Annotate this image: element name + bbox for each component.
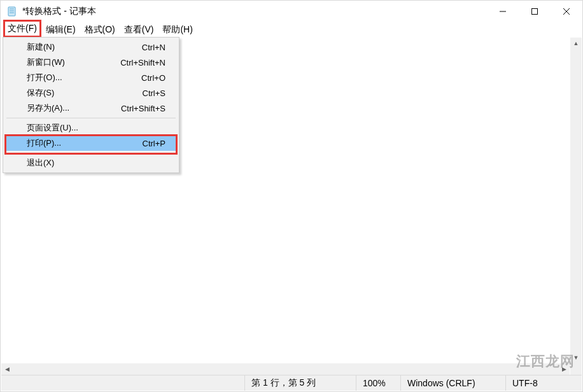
menu-file-label: 文件(F) bbox=[8, 23, 37, 34]
status-zoom-text: 100% bbox=[363, 378, 386, 388]
title-bar[interactable]: *转换格式 - 记事本 bbox=[1, 1, 582, 22]
menu-file[interactable]: 文件(F) bbox=[3, 20, 41, 38]
menu-item-new-window[interactable]: 新窗口(W) Ctrl+Shift+N bbox=[5, 55, 177, 70]
menu-item-shortcut: Ctrl+S bbox=[143, 88, 165, 98]
file-menu-dropdown: 新建(N) Ctrl+N 新窗口(W) Ctrl+Shift+N 打开(O)..… bbox=[3, 37, 179, 173]
menu-item-label: 退出(X) bbox=[27, 157, 165, 169]
status-encoding: UTF-8 bbox=[505, 375, 582, 391]
window-title: *转换格式 - 记事本 bbox=[22, 6, 96, 17]
menu-item-label: 打印(P)... bbox=[27, 137, 143, 149]
menu-view[interactable]: 查看(V) bbox=[120, 23, 158, 37]
scroll-right-icon[interactable]: ▶ bbox=[558, 363, 570, 375]
menu-item-save[interactable]: 保存(S) Ctrl+S bbox=[5, 85, 177, 101]
menu-item-label: 打开(O)... bbox=[27, 72, 141, 83]
menu-view-label: 查看(V) bbox=[124, 24, 154, 36]
status-position: 第 1 行，第 5 列 bbox=[244, 375, 356, 391]
scroll-down-icon[interactable]: ▼ bbox=[570, 352, 582, 363]
close-button[interactable] bbox=[551, 1, 582, 22]
svg-rect-0 bbox=[8, 7, 15, 16]
status-bar: 第 1 行，第 5 列 100% Windows (CRLF) UTF-8 bbox=[1, 375, 582, 391]
status-empty bbox=[1, 375, 244, 391]
menu-item-open[interactable]: 打开(O)... Ctrl+O bbox=[5, 70, 177, 85]
menu-item-page-setup[interactable]: 页面设置(U)... bbox=[5, 120, 177, 136]
horizontal-scrollbar[interactable]: ◀ ▶ bbox=[1, 363, 570, 375]
menu-item-shortcut: Ctrl+N bbox=[142, 43, 165, 52]
menu-item-exit[interactable]: 退出(X) bbox=[5, 155, 177, 171]
status-encoding-text: UTF-8 bbox=[512, 378, 538, 388]
menu-separator bbox=[6, 118, 176, 118]
menu-edit[interactable]: 编辑(E) bbox=[41, 23, 80, 37]
menu-item-new[interactable]: 新建(N) Ctrl+N bbox=[5, 39, 177, 55]
menu-item-label: 新窗口(W) bbox=[27, 57, 120, 68]
menu-edit-label: 编辑(E) bbox=[46, 24, 76, 36]
svg-rect-5 bbox=[532, 9, 538, 15]
menu-item-label: 另存为(A)... bbox=[27, 102, 121, 114]
scroll-up-icon[interactable]: ▲ bbox=[570, 38, 582, 49]
status-zoom: 100% bbox=[356, 375, 400, 391]
vertical-scrollbar[interactable]: ▲ ▼ bbox=[570, 38, 582, 363]
menu-format-label: 格式(O) bbox=[85, 24, 115, 36]
menu-bar: 文件(F) 编辑(E) 格式(O) 查看(V) 帮助(H) bbox=[1, 22, 582, 37]
menu-format[interactable]: 格式(O) bbox=[80, 23, 120, 37]
menu-item-shortcut: Ctrl+Shift+S bbox=[121, 104, 165, 113]
menu-item-print[interactable]: 打印(P)... Ctrl+P bbox=[5, 136, 177, 151]
menu-help[interactable]: 帮助(H) bbox=[158, 23, 197, 37]
status-line-ending: Windows (CRLF) bbox=[400, 375, 505, 391]
status-position-text: 第 1 行，第 5 列 bbox=[251, 377, 316, 389]
scroll-corner bbox=[570, 363, 582, 375]
menu-item-label: 保存(S) bbox=[27, 87, 143, 99]
menu-item-shortcut: Ctrl+O bbox=[141, 73, 165, 83]
minimize-button[interactable] bbox=[487, 1, 519, 22]
menu-separator bbox=[6, 153, 176, 153]
menu-item-label: 新建(N) bbox=[27, 41, 142, 53]
menu-item-shortcut: Ctrl+Shift+N bbox=[120, 58, 165, 67]
menu-item-shortcut: Ctrl+P bbox=[143, 139, 165, 148]
scroll-left-icon[interactable]: ◀ bbox=[1, 363, 13, 375]
notepad-window: *转换格式 - 记事本 文件(F) 编辑(E) 格式(O) 查看(V) 帮助(H… bbox=[0, 0, 583, 392]
menu-item-save-as[interactable]: 另存为(A)... Ctrl+Shift+S bbox=[5, 101, 177, 116]
notepad-app-icon bbox=[7, 6, 17, 17]
menu-help-label: 帮助(H) bbox=[162, 24, 192, 36]
status-line-ending-text: Windows (CRLF) bbox=[407, 378, 475, 388]
menu-item-label: 页面设置(U)... bbox=[27, 122, 165, 134]
maximize-button[interactable] bbox=[519, 1, 551, 22]
